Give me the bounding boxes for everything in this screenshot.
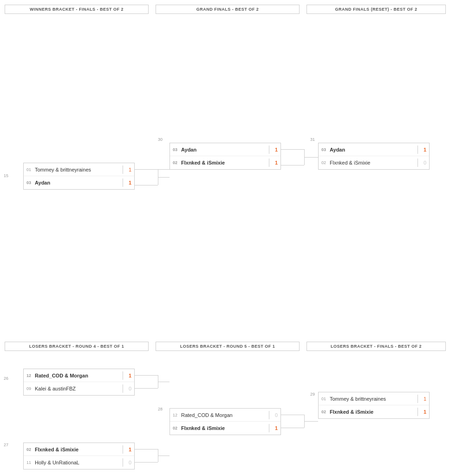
divider	[123, 458, 123, 467]
match-30-row-1: 03 Aydan 1	[170, 143, 280, 156]
connector-15-bottom	[135, 185, 158, 185]
score: 1	[272, 147, 278, 152]
connector-27-top	[135, 449, 158, 450]
score: 0	[421, 160, 426, 165]
seed: 01	[321, 397, 330, 401]
team-name: Tommey & brittneyraines	[330, 396, 415, 402]
match-15: 01 Tommey & brittneyraines 1 03 Aydan 1	[23, 163, 135, 190]
score: 1	[421, 147, 426, 152]
seed: 01	[26, 167, 35, 172]
match-15-row-2: 03 Aydan 1	[24, 176, 134, 189]
score: 1	[126, 373, 131, 378]
team-name: Holly & UnRationaL	[35, 460, 120, 465]
match-26-row-1: 12 Rated_COD & Morgan 1	[24, 369, 134, 382]
connector-26-top	[135, 375, 158, 376]
seed: 09	[26, 386, 35, 391]
team-name: Aydan	[35, 180, 120, 185]
match-num-28: 28	[158, 407, 163, 411]
seed: 02	[321, 160, 330, 165]
match-15-row-1: 01 Tommey & brittneyraines 1	[24, 163, 134, 176]
divider	[123, 445, 123, 454]
seed: 03	[26, 180, 35, 185]
team-name: Flxnked & iSmixie	[181, 425, 266, 431]
divider	[123, 165, 123, 174]
connector-30-to-31	[304, 157, 318, 158]
divider	[269, 145, 269, 154]
match-26-row-2: 09 Kalei & austinFBZ 0	[24, 382, 134, 395]
team-name: Flxnked & iSmixie	[35, 447, 120, 452]
divider	[417, 395, 418, 403]
team-name: Aydan	[181, 147, 266, 152]
match-28: 12 Rated_COD & Morgan 0 02 Flxnked & iSm…	[170, 408, 281, 435]
seed: 11	[26, 460, 35, 465]
team-name: Rated_COD & Morgan	[35, 373, 120, 378]
team-name: Flxnked & iSmixie	[330, 409, 415, 415]
match-27-row-2: 11 Holly & UnRationaL 0	[24, 456, 134, 469]
seed: 03	[173, 147, 181, 152]
match-29-row-2: 02 Flxnked & iSmixie 1	[319, 405, 429, 418]
connector-28-to-29	[304, 421, 318, 422]
match-num-29: 29	[310, 392, 315, 397]
divider	[269, 424, 269, 432]
team-name: Flxnked & iSmixie	[330, 160, 415, 165]
match-30-row-2: 02 Flxnked & iSmixie 1	[170, 156, 280, 169]
match-26: 12 Rated_COD & Morgan 1 09 Kalei & austi…	[23, 369, 135, 396]
connector-15-top	[135, 169, 170, 170]
match-num-31: 31	[310, 137, 315, 142]
connector-30-top	[281, 149, 304, 150]
team-name: Aydan	[330, 147, 415, 152]
match-31-row-2: 02 Flxnked & iSmixie 0	[319, 156, 429, 169]
match-num-15: 15	[4, 173, 8, 178]
connector-30-bottom	[281, 165, 304, 165]
divider	[417, 159, 418, 167]
connector-28-bottom	[281, 428, 304, 428]
match-27-row-1: 02 Flxnked & iSmixie 1	[24, 443, 134, 456]
header-grand-finals-reset: GRAND FINALS (RESET) - BEST OF 2	[307, 5, 446, 14]
team-name: Kalei & austinFBZ	[35, 386, 120, 391]
seed: 02	[173, 426, 181, 430]
score: 1	[126, 180, 131, 185]
header-grand-finals: GRAND FINALS - BEST OF 2	[156, 5, 300, 14]
team-name: Flxnked & iSmixie	[181, 160, 266, 165]
divider	[269, 411, 269, 419]
divider	[123, 384, 123, 393]
score: 1	[126, 167, 131, 172]
connector-26-bottom	[135, 388, 158, 389]
connector-28-top	[281, 415, 304, 415]
score: 1	[421, 396, 426, 402]
match-31: 03 Aydan 1 02 Flxnked & iSmixie 0	[318, 143, 430, 170]
match-28-row-2: 02 Flxnked & iSmixie 1	[170, 422, 280, 435]
header-losers-r5: LOSERS BRACKET - ROUND 5 - BEST OF 1	[156, 342, 300, 351]
score: 0	[126, 386, 131, 391]
connector-15-to-30	[158, 177, 170, 178]
team-name: Rated_COD & Morgan	[181, 412, 266, 418]
match-31-row-1: 03 Aydan 1	[319, 143, 429, 156]
score: 1	[272, 425, 278, 431]
match-29-row-1: 01 Tommey & brittneyraines 1	[319, 392, 429, 405]
connector-27-to-28	[158, 456, 170, 456]
header-losers-finals: LOSERS BRACKET - FINALS - BEST OF 2	[307, 342, 446, 351]
match-num-26: 26	[4, 376, 8, 381]
match-30: 03 Aydan 1 02 Flxnked & iSmixie 1	[170, 143, 281, 170]
seed: 03	[321, 147, 330, 152]
header-losers-r4: LOSERS BRACKET - ROUND 4 - BEST OF 1	[5, 342, 149, 351]
match-27: 02 Flxnked & iSmixie 1 11 Holly & UnRati…	[23, 443, 135, 469]
divider	[417, 408, 418, 416]
seed: 02	[321, 410, 330, 414]
score: 0	[126, 460, 131, 465]
divider	[417, 145, 418, 154]
connector-27-bottom	[135, 462, 158, 463]
seed: 12	[173, 413, 181, 417]
seed: 02	[173, 160, 181, 165]
divider	[123, 371, 123, 380]
score: 1	[272, 160, 278, 165]
team-name: Tommey & brittneyraines	[35, 167, 120, 172]
match-num-30: 30	[158, 137, 163, 142]
match-num-27: 27	[4, 443, 8, 447]
seed: 02	[26, 447, 35, 452]
score: 1	[421, 409, 426, 415]
match-28-row-1: 12 Rated_COD & Morgan 0	[170, 409, 280, 422]
bracket-container: WINNERS BRACKET - FINALS - BEST OF 2 GRA…	[0, 0, 450, 476]
header-winners-finals: WINNERS BRACKET - FINALS - BEST OF 2	[5, 5, 149, 14]
score: 1	[126, 447, 131, 452]
